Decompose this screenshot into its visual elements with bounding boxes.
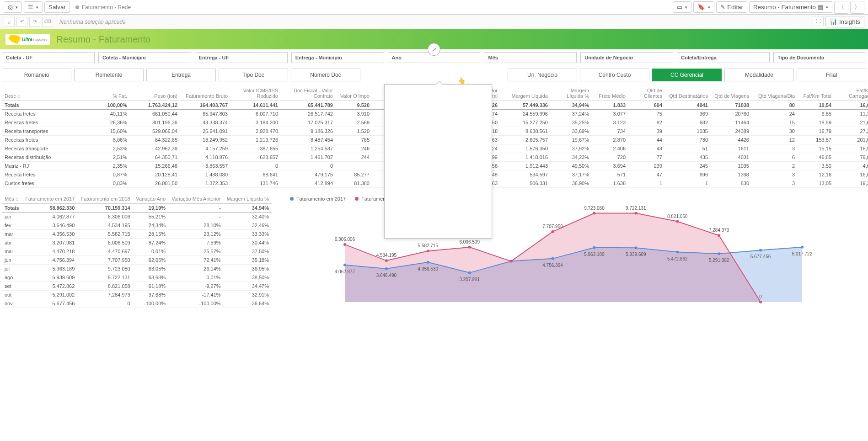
- svg-point-17: [718, 252, 720, 255]
- edit-button[interactable]: ✎ Editar: [716, 1, 747, 13]
- month-row[interactable]: ago5.939.6099.722.13163,68%-0,01%38,50%: [2, 273, 272, 282]
- month-row[interactable]: nov5.677.4560-100,00%-100,00%36,64%: [2, 299, 272, 308]
- main-col-header[interactable]: Margem Líquida %: [551, 86, 592, 101]
- filter-coleta-entrega[interactable]: Coleta/Entrega: [677, 52, 770, 63]
- dimension-row: RomaneioRemetenteEntregaTipo DocNúmero D…: [0, 66, 868, 84]
- main-col-header[interactable]: Frete Médio: [592, 86, 628, 101]
- month-col-header[interactable]: Mês ⌕: [2, 194, 22, 204]
- logo-map-icon: [8, 35, 21, 44]
- svg-point-15: [676, 251, 679, 254]
- dim-button-romaneio[interactable]: Romaneio: [2, 69, 71, 81]
- svg-point-6: [468, 271, 471, 274]
- top-toolbar: ◎ ☰ Salvar Faturamento - Rede ▭ 🔖 ✎ Edit…: [0, 0, 868, 15]
- dim-button-remetente[interactable]: Remetente: [74, 69, 144, 81]
- nav-prev-button[interactable]: 〈: [834, 1, 848, 14]
- month-col-header[interactable]: Faturamento em 2018: [77, 194, 133, 204]
- main-col-header[interactable]: Doc Fiscal - Valor Contrato: [281, 86, 336, 101]
- svg-text:0: 0: [759, 294, 762, 299]
- breadcrumb-text: Faturamento - Rede: [82, 4, 131, 11]
- month-col-header[interactable]: Variação Ano: [133, 194, 168, 204]
- expand-toggle-button[interactable]: ⤢: [428, 43, 440, 56]
- chart-legend: Faturamento em 2017 Faturamento em 2018: [281, 194, 866, 206]
- svg-point-4: [427, 261, 429, 264]
- main-col-header[interactable]: Valor O Impo: [336, 86, 372, 101]
- svg-point-42: [759, 301, 762, 303]
- month-col-header[interactable]: Variação Mês Anterior: [168, 194, 224, 204]
- main-col-header[interactable]: Desc ⌕: [2, 86, 98, 101]
- bookmark-button[interactable]: 🔖: [693, 1, 714, 13]
- svg-text:3.207.981: 3.207.981: [459, 277, 480, 282]
- main-col-header[interactable]: Margem Líquida: [500, 86, 551, 101]
- dim-button-un-neg-cio[interactable]: Un. Negócio: [508, 69, 577, 81]
- selection-tool-button[interactable]: ⛶: [813, 16, 824, 26]
- breadcrumb-dot-icon: [75, 5, 79, 9]
- chart-area[interactable]: 4.062.8773.646.4904.356.5303.207.9814.75…: [281, 206, 866, 311]
- main-col-header[interactable]: Faturamento Bruto: [180, 86, 230, 101]
- month-row[interactable]: abr3.207.9816.006.50987,24%7,59%30,44%: [2, 239, 272, 247]
- sheet-selector-button[interactable]: Resumo - Faturamento ▦: [749, 1, 832, 13]
- svg-point-23: [343, 243, 346, 246]
- filter-coleta-municipio[interactable]: Coleta - Municipio: [98, 52, 191, 63]
- svg-text:5.582.715: 5.582.715: [418, 243, 439, 248]
- svg-text:5.963.189: 5.963.189: [584, 252, 605, 257]
- svg-text:3.646.490: 3.646.490: [376, 273, 397, 278]
- month-col-header[interactable]: Faturamento em 2017: [22, 194, 77, 204]
- dim-button-tipo-doc[interactable]: Tipo Doc: [219, 69, 288, 81]
- dim-button-n-mero-doc[interactable]: Número Doc: [291, 69, 360, 81]
- step-forward-button[interactable]: ↷: [29, 17, 40, 27]
- selection-bar: ⌕ ↶ ↷ ⌫ Nenhuma seleção aplicada ⛶ 📊 Ins…: [0, 15, 868, 29]
- filter-entrega-municipio[interactable]: Entrega - Municipio: [291, 52, 384, 63]
- svg-text:6.017.722: 6.017.722: [792, 251, 813, 256]
- filter-m-s[interactable]: Mês: [484, 52, 577, 63]
- dim-button-filial[interactable]: Filial: [797, 69, 866, 81]
- main-col-header[interactable]: % Fat.: [98, 86, 130, 101]
- smart-search-button[interactable]: ⌕: [4, 17, 15, 27]
- main-col-header[interactable]: Qtd de Viagens: [711, 86, 752, 101]
- filter-coleta-uf[interactable]: Coleta - UF: [2, 52, 95, 63]
- month-table[interactable]: Mês ⌕Faturamento em 2017Faturamento em 2…: [2, 194, 272, 308]
- svg-point-38: [676, 220, 679, 223]
- svg-text:9.723.080: 9.723.080: [584, 206, 605, 211]
- main-col-header[interactable]: Fat/Km Total: [798, 86, 834, 101]
- month-row[interactable]: out5.291.0027.284.97337,68%-17,41%32,91%: [2, 291, 272, 299]
- dim-button-cc-gerencial[interactable]: CC Gerencial: [652, 69, 722, 81]
- insights-button[interactable]: 📊 Insights: [825, 16, 864, 27]
- month-row[interactable]: jul5.963.1899.723.08063,05%26,14%36,95%: [2, 265, 272, 273]
- svg-point-19: [759, 249, 762, 251]
- filter-tipo-de-documento[interactable]: Tipo de Documento: [773, 52, 866, 63]
- legend-item-2017[interactable]: Faturamento em 2017: [290, 196, 346, 202]
- month-row[interactable]: jun4.756.3947.707.95062,05%72,41%35,18%: [2, 256, 272, 265]
- svg-point-13: [634, 246, 637, 249]
- main-col-header[interactable]: Qtd Destinatários: [665, 86, 711, 101]
- main-col-header[interactable]: Fat/Km Carregado: [834, 86, 868, 101]
- step-back-button[interactable]: ↶: [16, 17, 27, 27]
- dim-button-centro-custo[interactable]: Centro Custo: [580, 69, 649, 81]
- main-col-header[interactable]: Peso (ton): [130, 86, 180, 101]
- svg-text:9.722.131: 9.722.131: [626, 206, 646, 211]
- filter-unidade-de-neg-cio[interactable]: Unidade de Negócio: [580, 52, 673, 63]
- nav-next-button[interactable]: 〉: [850, 1, 864, 14]
- presentation-button[interactable]: ▭: [673, 1, 691, 13]
- filter-entrega-uf[interactable]: Entrega - UF: [195, 52, 288, 63]
- line-chart: 4.062.8773.646.4904.356.5303.207.9814.75…: [281, 206, 866, 311]
- clear-selection-button[interactable]: ⌫: [42, 17, 53, 27]
- dim-button-modalidade[interactable]: Modalidade: [724, 69, 794, 81]
- main-col-header[interactable]: Qtd Viagens/Dia: [752, 86, 798, 101]
- month-col-header[interactable]: Margem Líquida %: [224, 194, 272, 204]
- nav-menu-button[interactable]: ◎: [4, 1, 22, 13]
- list-menu-button[interactable]: ☰: [24, 1, 43, 13]
- svg-point-40: [718, 234, 720, 237]
- month-row[interactable]: set5.472.8628.821.05861,18%-9,27%34,47%: [2, 282, 272, 291]
- month-row[interactable]: mar4.356.5305.582.71528,15%23,12%33,33%: [2, 230, 272, 239]
- svg-text:6.306.006: 6.306.006: [335, 237, 355, 242]
- dim-button-entrega[interactable]: Entrega: [146, 69, 216, 81]
- save-button[interactable]: Salvar: [44, 1, 70, 13]
- main-col-header[interactable]: Qtd de Clientes: [628, 86, 665, 101]
- month-row[interactable]: fev3.646.4904.534.19524,34%-28,10%32,46%: [2, 221, 272, 230]
- month-row[interactable]: mai4.470.2184.470.6970,01%-25,57%37,50%: [2, 247, 272, 256]
- ano-filter-popover[interactable]: [384, 84, 492, 239]
- main-col-header[interactable]: Valor ICMS/ISS Reduzido: [230, 86, 281, 101]
- month-row[interactable]: jan4.062.8776.306.00655,21%-32,40%: [2, 213, 272, 221]
- svg-point-21: [801, 246, 804, 249]
- svg-point-2: [385, 267, 388, 270]
